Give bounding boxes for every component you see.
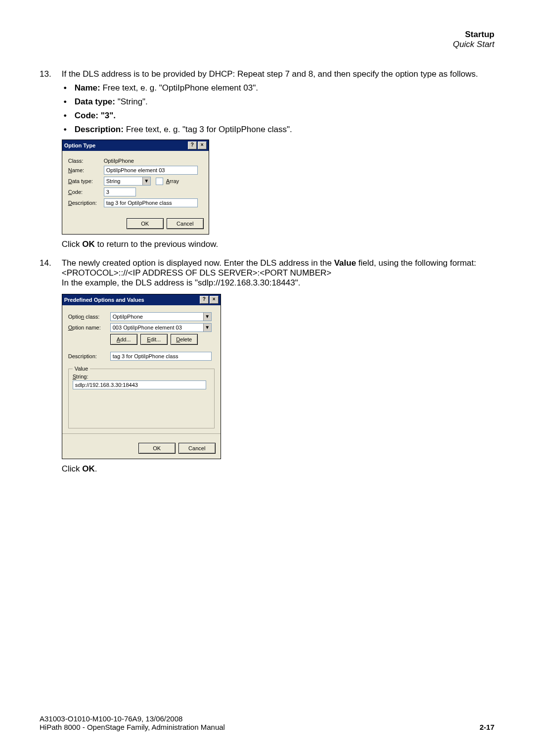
close-icon[interactable]: × [210, 296, 219, 304]
value-group: Value String: sdlp://192.168.3.30:18443 [68, 366, 215, 428]
step13-intro: If the DLS address is to be provided by … [62, 69, 478, 79]
bullet-datatype: Data type: "String". [75, 97, 487, 107]
step14-l3: In the example, the DLS address is "sdlp… [62, 278, 301, 287]
delete-button[interactable]: Delete [171, 334, 198, 345]
chevron-down-icon[interactable]: ▼ [203, 313, 211, 321]
edit-button[interactable]: Edit... [140, 334, 168, 345]
description2-label: Description: [68, 353, 110, 359]
header-subtitle: Quick Start [40, 40, 494, 49]
datatype-label: Data type: [68, 178, 104, 184]
dialog2-title: Predefined Options and Values [64, 297, 144, 303]
page-number: 2-17 [480, 723, 494, 731]
ok-button[interactable]: OK [138, 443, 176, 454]
help-icon[interactable]: ? [200, 296, 209, 304]
close-icon[interactable]: × [198, 142, 207, 149]
bullet-name-label: Name: [75, 83, 100, 93]
step13-after-2: to return to the previous window. [95, 239, 218, 249]
description2-field[interactable]: tag 3 for OptiIpPhone class [110, 352, 212, 361]
option-name-select[interactable]: 003 OptiIpPhone element 03 [110, 323, 212, 332]
bullet-code: Code: "3". [75, 111, 487, 121]
name-label: Name: [68, 167, 104, 173]
array-label: Array [166, 178, 179, 184]
bullet-code-label: Code: [75, 111, 98, 120]
step14-after-1: Click [62, 464, 83, 473]
bullet-name-text: Free text, e. g. "OptiIpPhone element 03… [100, 83, 258, 93]
class-label: Class: [68, 158, 104, 164]
description-field[interactable]: tag 3 for OptiIpPhone class [104, 198, 198, 207]
bullet-datatype-label: Data type: [75, 97, 115, 106]
step-number-14: 14. [40, 258, 59, 268]
footer-line1: A31003-O1010-M100-10-76A9, 13/06/2008 [40, 714, 225, 723]
cancel-button[interactable]: Cancel [178, 443, 216, 454]
step13-after-ok: OK [82, 239, 95, 249]
step-number-13: 13. [40, 69, 59, 79]
string-field[interactable]: sdlp://192.168.3.30:18443 [73, 380, 206, 389]
help-icon[interactable]: ? [188, 142, 197, 149]
code-field[interactable]: 3 [104, 188, 136, 196]
option-class-select[interactable]: OptiIpPhone [110, 312, 212, 321]
dialog-predefined-options: Predefined Options and Values ? × Option… [62, 294, 221, 459]
bullet-code-text: "3". [98, 111, 116, 120]
dialog-option-type: Option Type ? × Class: OptiIpPhone Name: [62, 140, 209, 235]
bullet-description-text: Free text, e. g. "tag 3 for OptiIpPhone … [124, 125, 292, 134]
dialog1-title: Option Type [64, 142, 95, 148]
chevron-down-icon[interactable]: ▼ [203, 324, 211, 331]
bullet-name: Name: Free text, e. g. "OptiIpPhone elem… [75, 83, 487, 93]
name-field[interactable]: OptiIpPhone element 03 [104, 166, 198, 175]
value-legend: Value [73, 366, 90, 372]
description-label: Description: [68, 200, 104, 206]
cancel-button[interactable]: Cancel [167, 218, 204, 229]
option-name-label: Option name: [68, 325, 110, 331]
class-value: OptiIpPhone [104, 158, 134, 164]
bullet-description: Description: Free text, e. g. "tag 3 for… [75, 125, 487, 135]
bullet-description-label: Description: [75, 125, 124, 134]
add-button[interactable]: Add... [110, 334, 137, 345]
header-title: Startup [40, 30, 494, 40]
chevron-down-icon[interactable]: ▼ [142, 177, 150, 185]
footer-line2: HiPath 8000 - OpenStage Family, Administ… [40, 723, 225, 731]
step14-l1a: The newly created option is displayed no… [62, 258, 334, 268]
code-label: Code: [68, 189, 104, 195]
step14-l1b: Value [334, 258, 356, 268]
option-class-label: Option class: [68, 314, 110, 320]
step14-after-2: . [95, 464, 97, 473]
step13-after-1: Click [62, 239, 83, 249]
array-checkbox[interactable] [156, 178, 163, 185]
bullet-datatype-text: "String". [115, 97, 148, 106]
step14-l2: <PROTOCOL>:://<IP ADDRESS OF DLS SERVER>… [62, 268, 331, 278]
string-label: String: [73, 374, 210, 379]
step14-l1c: field, using the following format: [356, 258, 476, 268]
ok-button[interactable]: OK [127, 218, 164, 229]
step14-after-ok: OK [82, 464, 95, 473]
